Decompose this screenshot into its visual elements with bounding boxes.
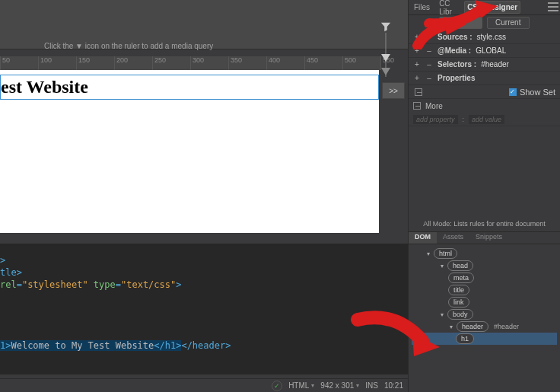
h1-text: est Website	[1, 77, 88, 97]
more-section[interactable]: More	[409, 99, 560, 113]
dom-tree[interactable]: ▾ html ▾ head meta title link ▾ body ▾ h…	[409, 244, 560, 348]
remove-selector-icon[interactable]: –	[425, 60, 433, 69]
add-media-icon[interactable]: +	[413, 46, 421, 55]
status-insert-mode[interactable]: INS	[365, 381, 378, 390]
code-attr: rel	[0, 279, 17, 290]
remove-property-icon[interactable]: –	[425, 74, 433, 82]
tab-snippets[interactable]: Snippets	[469, 232, 508, 244]
selectors-row[interactable]: + – Selectors : #header	[409, 58, 560, 72]
ruler[interactable]: 50 100 150 200 250 300 350 400 450 500 5…	[0, 56, 380, 70]
code-fragment: tle>	[0, 267, 22, 278]
selectors-label: Selectors :	[438, 60, 476, 69]
design-view-topbar: Click the ▼ icon on the ruler to add a m…	[0, 0, 408, 49]
media-query-hint: Click the ▼ icon on the ruler to add a m…	[44, 42, 213, 50]
collapse-panel-button[interactable]: >>	[382, 82, 405, 99]
ruler-tick: 300	[190, 56, 228, 70]
ruler-tick: 500	[342, 56, 380, 70]
more-label: More	[425, 102, 443, 110]
layout-category-icon[interactable]	[415, 88, 422, 96]
code-string: "stylesheet"	[22, 279, 88, 290]
show-set-label: Show Set	[520, 88, 555, 97]
dom-node-head[interactable]: ▾ head	[412, 260, 557, 272]
ruler-tick: 250	[152, 56, 190, 70]
properties-label: Properties	[438, 74, 475, 82]
panel-menu-icon[interactable]	[548, 2, 558, 11]
code-fragment: </h1>	[154, 340, 181, 351]
properties-empty-area	[409, 126, 560, 216]
remove-source-icon[interactable]: –	[425, 33, 433, 41]
code-fragment: >	[176, 279, 181, 290]
chevron-down-icon[interactable]: ▾	[439, 311, 445, 318]
remove-media-icon[interactable]: –	[425, 46, 433, 55]
dom-tag: h1	[456, 333, 474, 344]
chevron-down-icon[interactable]: ▾	[439, 263, 445, 269]
dom-tag: meta	[448, 272, 474, 283]
selected-h1-element[interactable]: est Website	[0, 75, 379, 100]
dom-node-html[interactable]: ▾ html	[412, 247, 557, 260]
ruler-tick: 400	[266, 56, 304, 70]
code-text: Welcome to My Test Website	[11, 340, 154, 351]
add-selector-icon[interactable]: +	[413, 60, 421, 69]
ruler-tick: 200	[114, 56, 152, 70]
dom-panel-tabs: DOM Assets Snippets	[409, 232, 560, 244]
sources-value[interactable]: style.css	[477, 33, 506, 41]
code-string: "text/css"	[121, 279, 176, 290]
ruler-tick: 450	[304, 56, 342, 70]
code-editor[interactable]: > tle> rel="stylesheet" type="text/css">…	[0, 244, 408, 374]
status-cursor-pos: 10:21	[384, 381, 403, 390]
add-value-placeholder[interactable]: add value	[469, 115, 504, 124]
chevron-down-icon[interactable]: ▾	[448, 323, 454, 330]
status-bar: ✓ HTML▾ 942 x 301▾ INS 10:21	[0, 378, 408, 392]
tab-cc-libraries[interactable]: CC Libr	[437, 0, 460, 18]
right-panel: Files CC Libr CSS Designer All Current +…	[408, 0, 560, 392]
tab-dom[interactable]: DOM	[409, 232, 437, 244]
dom-node-h1-selected[interactable]: h1	[412, 333, 557, 345]
sources-row[interactable]: + – Sources : style.css	[409, 30, 560, 44]
dom-selector: #header	[494, 323, 519, 330]
code-attr: type	[94, 279, 116, 290]
add-property-placeholder[interactable]: add property	[413, 115, 458, 124]
sources-label: Sources :	[438, 33, 473, 41]
code-fragment: 1>	[0, 340, 11, 351]
show-set-checkbox[interactable]: ✓	[509, 88, 517, 96]
ruler-tick: 150	[76, 56, 114, 70]
mode-label: All Mode: Lists rules for entire documen…	[409, 216, 560, 232]
filter-all-button[interactable]: All	[439, 17, 482, 29]
dom-node-body[interactable]: ▾ body	[412, 308, 557, 320]
dom-tag: header	[457, 321, 488, 332]
tab-files[interactable]: Files	[412, 2, 432, 13]
filter-icon[interactable]	[380, 21, 391, 32]
dom-tag: body	[447, 309, 473, 320]
media-value[interactable]: GLOBAL	[476, 46, 506, 55]
tab-assets[interactable]: Assets	[437, 232, 469, 244]
panel-tabs: Files CC Libr CSS Designer	[409, 0, 560, 15]
add-source-icon[interactable]: +	[413, 33, 421, 41]
ruler-tick: 100	[38, 56, 76, 70]
add-property-icon[interactable]: +	[413, 74, 421, 82]
selectors-value[interactable]: #header	[481, 60, 509, 69]
add-property-row[interactable]: add property : add value	[409, 113, 560, 126]
dom-node-header[interactable]: ▾ header #header	[412, 320, 557, 333]
dom-tag: title	[448, 285, 469, 295]
dom-node-link[interactable]: link	[412, 296, 557, 308]
code-fragment: </header>	[181, 340, 231, 351]
status-dimensions[interactable]: 942 x 301▾	[320, 381, 359, 390]
dom-tag: head	[447, 260, 473, 271]
dom-node-meta[interactable]: meta	[412, 272, 557, 284]
css-filter-row: All Current	[409, 15, 560, 30]
chevron-right-icon: >>	[389, 87, 398, 95]
chevron-down-icon[interactable]: ▾	[425, 250, 431, 257]
live-canvas[interactable]: est Website	[0, 70, 379, 233]
dom-node-title[interactable]: title	[412, 284, 557, 296]
status-ok-icon[interactable]: ✓	[272, 381, 282, 391]
code-fragment: >	[0, 255, 5, 266]
tab-css-designer[interactable]: CSS Designer	[464, 1, 520, 14]
filter-current-button[interactable]: Current	[487, 17, 530, 29]
collapse-icon[interactable]	[413, 102, 421, 110]
ruler-tick: 50	[0, 56, 38, 70]
dom-tag: html	[434, 248, 457, 259]
status-language[interactable]: HTML▾	[288, 381, 314, 390]
properties-toolbar: ✓ Show Set	[409, 85, 560, 99]
properties-row[interactable]: + – Properties	[409, 72, 560, 85]
media-row[interactable]: + – @Media : GLOBAL	[409, 44, 560, 58]
